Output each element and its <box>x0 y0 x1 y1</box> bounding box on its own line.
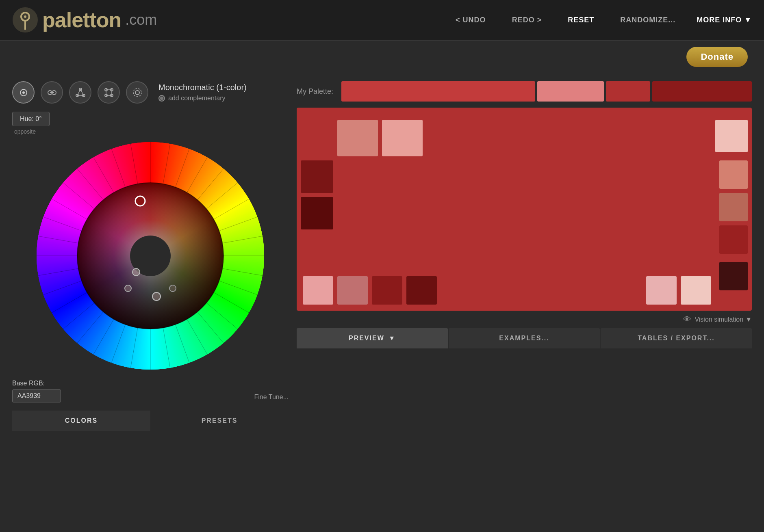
fine-tune-link[interactable]: Fine Tune... <box>254 394 289 401</box>
opposite-label: opposite <box>14 128 289 135</box>
svg-line-14 <box>80 89 84 95</box>
add-complementary-radio[interactable] <box>158 95 165 102</box>
swatch-bottom-1[interactable] <box>303 276 333 305</box>
swatch-bottom-3[interactable] <box>372 276 402 305</box>
reset-button[interactable]: RESET <box>563 13 599 28</box>
swatch-top-2[interactable] <box>382 120 423 156</box>
redo-button[interactable]: REDO > <box>507 13 547 28</box>
bottom-tabs-left: COLORS PRESETS <box>12 411 289 431</box>
svg-point-23 <box>135 91 139 95</box>
wheel-svg-overlay <box>33 138 268 374</box>
logo-suffix: .com <box>125 11 157 28</box>
palette-swatch-dark1[interactable] <box>606 81 650 102</box>
swatch-bottom-4[interactable] <box>406 276 437 305</box>
my-palette-label: My Palette: <box>297 87 333 96</box>
vision-chevron-icon: ▼ <box>745 316 752 323</box>
tab-colors[interactable]: COLORS <box>12 411 150 431</box>
vision-bar: 👁 Vision simulation ▼ <box>297 315 752 324</box>
donate-button[interactable]: Donate <box>686 47 748 67</box>
color-wheel-container <box>33 138 268 374</box>
logo-area: paletton .com <box>12 7 451 33</box>
tab-examples[interactable]: EXAMPLES... <box>449 328 600 348</box>
bottom-tabs-right: PREVIEW ▼ EXAMPLES... TABLES / EXPORT... <box>297 328 752 348</box>
add-complementary-label: add complementary <box>168 95 226 102</box>
swatch-right-4[interactable] <box>719 262 748 290</box>
palette-swatch-main[interactable] <box>341 81 535 102</box>
main-content: Monochromatic (1-color) add complementar… <box>0 73 764 439</box>
svg-point-5 <box>22 91 25 94</box>
mode-label-area: Monochromatic (1-color) add complementar… <box>158 83 247 102</box>
donate-bar: Donate <box>0 41 764 73</box>
mode-free[interactable] <box>126 81 148 104</box>
hue-control: Hue: 0° opposite <box>12 112 289 135</box>
more-info-button[interactable]: MORE INFO ▼ <box>697 16 752 24</box>
hue-button[interactable]: Hue: 0° <box>12 112 50 126</box>
eye-icon: 👁 <box>683 315 691 324</box>
swatch-top-1[interactable] <box>337 120 378 156</box>
color-preview <box>297 108 752 311</box>
mode-title: Monochromatic (1-color) <box>158 83 247 92</box>
tab-preview[interactable]: PREVIEW ▼ <box>297 328 448 348</box>
base-rgb-area: Base RGB: Fine Tune... <box>12 380 289 402</box>
svg-line-12 <box>77 89 80 95</box>
more-info-label: MORE INFO <box>697 16 742 24</box>
secondary-dot-2[interactable] <box>125 285 131 292</box>
swatch-right-1[interactable] <box>719 160 748 189</box>
logo-text: paletton <box>42 8 121 32</box>
header: paletton .com < UNDO REDO > RESET RANDOM… <box>0 0 764 41</box>
swatch-left-2[interactable] <box>301 197 333 229</box>
swatch-bottom-2[interactable] <box>337 276 368 305</box>
nav-area: < UNDO REDO > RESET RANDOMIZE... MORE IN… <box>451 13 752 28</box>
palette-swatches <box>341 81 752 102</box>
tab-tables-export[interactable]: TABLES / EXPORT... <box>601 328 752 348</box>
right-panel: My Palette: <box>297 81 752 431</box>
swatch-top-right[interactable] <box>715 120 748 152</box>
secondary-dot-1[interactable] <box>132 268 140 276</box>
chevron-down-icon: ▼ <box>744 16 752 24</box>
mode-adjacent[interactable] <box>41 81 63 104</box>
swatch-right-3[interactable] <box>719 225 748 254</box>
swatch-right-2[interactable] <box>719 193 748 221</box>
base-rgb-label: Base RGB: <box>12 380 289 387</box>
add-complementary[interactable]: add complementary <box>158 95 247 102</box>
base-rgb-input[interactable] <box>12 389 61 402</box>
svg-point-24 <box>133 89 141 97</box>
logo-icon <box>12 7 38 33</box>
primary-color-dot[interactable] <box>135 196 145 206</box>
preview-chevron-icon: ▼ <box>389 335 396 342</box>
palette-swatch-dark2[interactable] <box>652 81 752 102</box>
swatch-bottom-6[interactable] <box>681 276 711 305</box>
undo-button[interactable]: < UNDO <box>451 13 491 28</box>
mode-tetrad[interactable] <box>98 81 120 104</box>
my-palette-bar: My Palette: <box>297 81 752 102</box>
mode-triad[interactable] <box>69 81 91 104</box>
tab-presets[interactable]: PRESETS <box>150 411 289 431</box>
randomize-button[interactable]: RANDOMIZE... <box>615 13 680 28</box>
svg-point-2 <box>24 15 26 18</box>
secondary-dot-4[interactable] <box>169 285 176 292</box>
secondary-dot-3[interactable] <box>152 292 161 301</box>
mode-selectors: Monochromatic (1-color) add complementar… <box>12 81 289 104</box>
vision-simulation-dropdown[interactable]: Vision simulation ▼ <box>695 316 752 323</box>
mode-monochromatic[interactable] <box>12 81 35 104</box>
vision-simulation-label: Vision simulation <box>695 316 743 323</box>
palette-swatch-light1[interactable] <box>537 81 604 102</box>
swatch-left-1[interactable] <box>301 160 333 193</box>
left-panel: Monochromatic (1-color) add complementar… <box>12 81 289 431</box>
swatch-bottom-5[interactable] <box>646 276 677 305</box>
